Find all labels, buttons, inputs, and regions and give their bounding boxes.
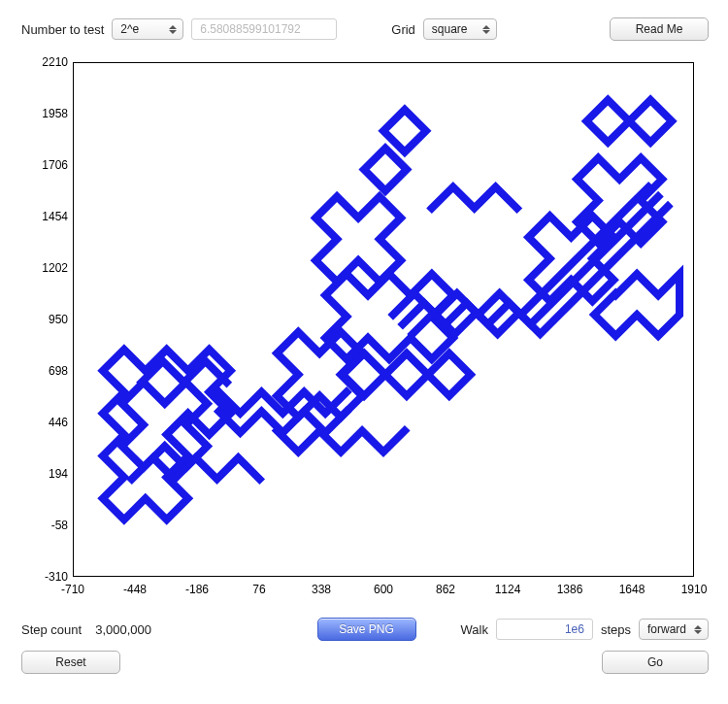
walk-label: Walk: [461, 622, 488, 637]
x-tick-label: 338: [312, 583, 331, 596]
y-tick-label: 1706: [19, 158, 68, 172]
number-to-test-label: Number to test: [21, 22, 104, 37]
grid-select[interactable]: square: [423, 18, 497, 40]
grid-select-value: square: [432, 19, 468, 39]
x-tick-label: -448: [123, 583, 147, 596]
y-tick-label: -58: [19, 519, 68, 532]
walk-steps-field[interactable]: 1e6: [496, 619, 593, 640]
number-select[interactable]: 2^e: [112, 18, 183, 40]
read-me-button[interactable]: Read Me: [610, 17, 709, 41]
x-tick-label: -710: [61, 583, 84, 596]
number-select-value: 2^e: [120, 19, 139, 39]
number-value-text: 6.58088599101792: [200, 22, 300, 36]
number-value-field[interactable]: 6.58088599101792: [191, 18, 337, 40]
stepper-arrows-icon: [480, 22, 492, 36]
grid-label: Grid: [391, 22, 415, 37]
x-tick-label: 1124: [495, 583, 521, 596]
read-me-label: Read Me: [636, 22, 683, 36]
go-button[interactable]: Go: [602, 651, 709, 674]
y-tick-label: 698: [19, 364, 68, 378]
top-controls: Number to test 2^e 6.58088599101792 Grid…: [0, 0, 728, 47]
step-count-label: Step count: [21, 622, 82, 637]
save-png-button[interactable]: Save PNG: [317, 618, 416, 641]
direction-select[interactable]: forward: [639, 619, 709, 640]
steps-label: steps: [601, 622, 631, 637]
stepper-arrows-icon: [167, 22, 179, 36]
direction-select-value: forward: [647, 620, 686, 639]
walk-steps-value: 1e6: [565, 622, 584, 636]
y-tick-label: 2210: [19, 55, 68, 69]
x-tick-label: 862: [436, 583, 455, 596]
y-tick-label: -310: [19, 570, 68, 584]
bottom-bar: Reset Go: [0, 645, 728, 674]
reset-button[interactable]: Reset: [21, 651, 120, 674]
stepper-arrows-icon: [692, 622, 704, 636]
save-png-label: Save PNG: [339, 622, 394, 636]
walk-path: [74, 63, 693, 576]
x-tick-label: 1648: [619, 583, 645, 596]
y-tick-label: 1202: [19, 261, 68, 275]
go-label: Go: [647, 655, 663, 669]
y-tick-label: 1454: [19, 210, 68, 223]
y-tick-label: 950: [19, 313, 68, 326]
chart-frame: [73, 62, 694, 577]
x-tick-label: -186: [185, 583, 209, 596]
y-tick-label: 1958: [19, 107, 68, 120]
status-bar: Step count 3,000,000 Save PNG Walk 1e6 s…: [0, 608, 728, 645]
y-tick-label: 194: [19, 467, 68, 481]
chart-area: -310-5819444669895012021454170619582210-…: [19, 54, 709, 608]
reset-label: Reset: [55, 655, 85, 669]
x-tick-label: 76: [252, 583, 265, 596]
y-tick-label: 446: [19, 416, 68, 429]
x-tick-label: 1910: [681, 583, 708, 596]
step-count-value: 3,000,000: [95, 622, 151, 637]
x-tick-label: 1386: [557, 583, 583, 596]
x-tick-label: 600: [374, 583, 393, 596]
